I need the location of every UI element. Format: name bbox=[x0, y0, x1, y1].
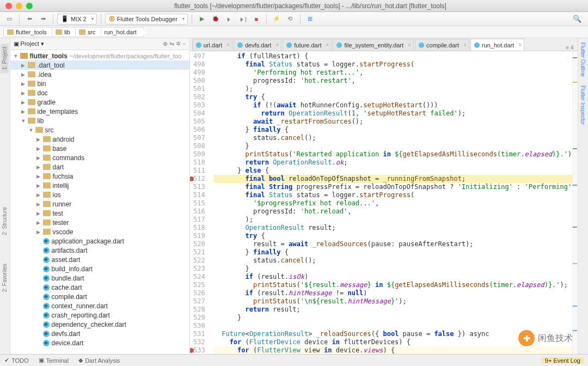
more-tabs[interactable]: ≡ 4 bbox=[561, 45, 578, 51]
flutter-inspector-tab[interactable]: Flutter Inspector bbox=[578, 81, 587, 129]
favorites-tool-tab[interactable]: 2: Favorites bbox=[1, 260, 9, 295]
code-editor[interactable]: if (fullRestart) { final Status status =… bbox=[212, 51, 578, 354]
tree-item[interactable]: application_package.dart bbox=[10, 236, 189, 246]
terminal-tab[interactable]: ▣ Terminal bbox=[39, 357, 69, 364]
editor-tab[interactable]: devfs.dart× bbox=[234, 39, 281, 51]
close-tab-icon[interactable]: × bbox=[518, 42, 522, 48]
hot-restart-icon[interactable]: ⟲ bbox=[284, 14, 296, 25]
tree-item[interactable]: ▶commands bbox=[10, 153, 189, 162]
minimize-icon[interactable] bbox=[16, 3, 22, 9]
tree-item[interactable]: context_runner.dart bbox=[10, 301, 189, 310]
project-view-select[interactable]: ▣ Project ▾ bbox=[14, 40, 44, 47]
open-icon[interactable]: ▭ bbox=[3, 14, 15, 25]
tree-item[interactable]: ▼src bbox=[10, 125, 189, 135]
tree-item[interactable]: ▼flutter_tools ~/development/flutter/pac… bbox=[10, 51, 189, 60]
watermark: ✚闲鱼技术 bbox=[518, 330, 573, 346]
left-tool-strip: 1: Project 2: Structure 2: Favorites bbox=[0, 38, 10, 354]
flutter-outline-tab[interactable]: Flutter Outline bbox=[578, 38, 587, 81]
scroll-from-icon[interactable]: ⊕ bbox=[163, 40, 168, 47]
structure-tool-tab[interactable]: 2: Structure bbox=[1, 204, 9, 239]
project-tool-tab[interactable]: 1: Project bbox=[1, 44, 9, 73]
close-icon[interactable] bbox=[5, 3, 12, 9]
tree-item[interactable]: bundle.dart bbox=[10, 273, 189, 283]
project-tree[interactable]: ▼flutter_tools ~/development/flutter/pac… bbox=[10, 50, 189, 354]
tree-item[interactable]: ▶base bbox=[10, 144, 189, 153]
tree-item[interactable]: artifacts.dart bbox=[10, 246, 189, 255]
close-tab-icon[interactable]: × bbox=[275, 42, 279, 48]
tree-item[interactable]: ▶.dart_tool bbox=[10, 60, 189, 70]
window-titlebar: flutter_tools [~/development/flutter/pac… bbox=[0, 0, 588, 12]
tree-item[interactable]: ▶test bbox=[10, 209, 189, 218]
editor-tab[interactable]: run_hot.dart× bbox=[470, 39, 524, 51]
tree-item[interactable]: ▶.idea bbox=[10, 70, 189, 79]
event-log-badge[interactable]: 9+ Event Log bbox=[542, 357, 584, 364]
maximize-icon[interactable] bbox=[26, 3, 33, 9]
breadcrumb[interactable]: lib bbox=[52, 27, 77, 37]
tree-item[interactable]: devfs.dart bbox=[10, 329, 189, 338]
tree-item[interactable]: ▶dart bbox=[10, 162, 189, 172]
breadcrumb[interactable]: run_hot.dart bbox=[101, 27, 144, 37]
tree-item[interactable]: ▶doc bbox=[10, 88, 189, 97]
main-toolbar: ▭ ⬅ ➡ 📱 MIX 2 ⦿ Flutter Tools Debugger ▶… bbox=[0, 12, 588, 26]
debug-icon[interactable]: 🐞 bbox=[210, 14, 222, 25]
todo-tab[interactable]: ✔ TODO bbox=[4, 357, 29, 364]
breadcrumb[interactable]: src bbox=[75, 27, 103, 37]
bottom-tool-strip: ✔ TODO ▣ Terminal ◆ Dart Analysis 9+ Eve… bbox=[0, 354, 588, 366]
tree-item[interactable]: ▶runner bbox=[10, 199, 189, 209]
devtools-icon[interactable]: ⊞ bbox=[304, 14, 316, 25]
close-tab-icon[interactable]: × bbox=[463, 42, 467, 48]
hot-reload-icon[interactable]: ⚡ bbox=[271, 14, 283, 25]
dart-analysis-tab[interactable]: ◆ Dart Analysis bbox=[78, 357, 120, 364]
gear-icon[interactable]: ✲ bbox=[176, 40, 181, 47]
tree-item[interactable]: ▶vscode bbox=[10, 227, 189, 236]
search-icon[interactable]: 🔍 bbox=[573, 15, 581, 23]
tree-item[interactable]: crash_reporting.dart bbox=[10, 310, 189, 320]
breadcrumb[interactable]: flutter_tools bbox=[3, 27, 54, 37]
project-panel-header: ▣ Project ▾ ⊕ ⇋ ✲ − bbox=[10, 38, 189, 50]
tree-item[interactable]: asset.dart bbox=[10, 255, 189, 264]
stop-icon[interactable]: ■ bbox=[250, 14, 262, 25]
tree-item[interactable]: ▶fuchsia bbox=[10, 172, 189, 181]
editor-tabs: url.dart×devfs.dart×future.dart×file_sys… bbox=[190, 38, 578, 51]
tree-item[interactable]: ▶intellij bbox=[10, 181, 189, 190]
project-panel: ▣ Project ▾ ⊕ ⇋ ✲ − ▼flutter_tools ~/dev… bbox=[10, 38, 190, 354]
back-icon[interactable]: ⬅ bbox=[23, 14, 35, 25]
hide-icon[interactable]: − bbox=[182, 40, 186, 47]
tree-item[interactable]: ▶android bbox=[10, 135, 189, 144]
coverage-icon[interactable]: ⏵ bbox=[223, 14, 235, 25]
tree-item[interactable]: dependency_checker.dart bbox=[10, 320, 189, 329]
tree-item[interactable]: ▶gradle bbox=[10, 97, 189, 107]
close-tab-icon[interactable]: × bbox=[408, 42, 411, 48]
run-config-select[interactable]: ⦿ Flutter Tools Debugger bbox=[105, 14, 188, 25]
device-select[interactable]: 📱 MIX 2 bbox=[57, 14, 97, 25]
error-stripe[interactable] bbox=[572, 51, 578, 354]
tree-item[interactable]: ▶ide_templates bbox=[10, 107, 189, 116]
close-tab-icon[interactable]: × bbox=[326, 42, 329, 48]
breadcrumb-bar: flutter_tools lib src run_hot.dart bbox=[0, 26, 588, 38]
window-title: flutter_tools [~/development/flutter/pac… bbox=[33, 2, 588, 10]
collapse-icon[interactable]: ⇋ bbox=[169, 40, 174, 47]
forward-icon[interactable]: ➡ bbox=[37, 14, 49, 25]
tree-item[interactable]: compile.dart bbox=[10, 292, 189, 301]
run-icon[interactable]: ▶ bbox=[196, 14, 208, 25]
tree-item[interactable]: cache.dart bbox=[10, 283, 189, 292]
editor-area: url.dart×devfs.dart×future.dart×file_sys… bbox=[190, 38, 578, 354]
tree-item[interactable]: ▶bin bbox=[10, 79, 189, 88]
tree-item[interactable]: build_info.dart bbox=[10, 264, 189, 273]
attach-icon[interactable]: ⏵| bbox=[237, 14, 249, 25]
tree-item[interactable]: ▼lib bbox=[10, 116, 189, 125]
line-gutter[interactable]: 4974984995005015025035045055065075085095… bbox=[190, 51, 212, 354]
editor-tab[interactable]: future.dart× bbox=[283, 39, 332, 51]
tree-item[interactable]: ▶ios bbox=[10, 190, 189, 199]
editor-tab[interactable]: file_system_entity.dart× bbox=[333, 39, 414, 51]
editor-tab[interactable]: compile.dart× bbox=[415, 39, 469, 51]
close-tab-icon[interactable]: × bbox=[226, 42, 230, 48]
right-tool-strip: Flutter Outline Flutter Inspector bbox=[578, 38, 588, 354]
editor-tab[interactable]: url.dart× bbox=[192, 39, 232, 51]
tree-item[interactable]: ▶tester bbox=[10, 218, 189, 227]
tree-item[interactable]: device.dart bbox=[10, 338, 189, 347]
